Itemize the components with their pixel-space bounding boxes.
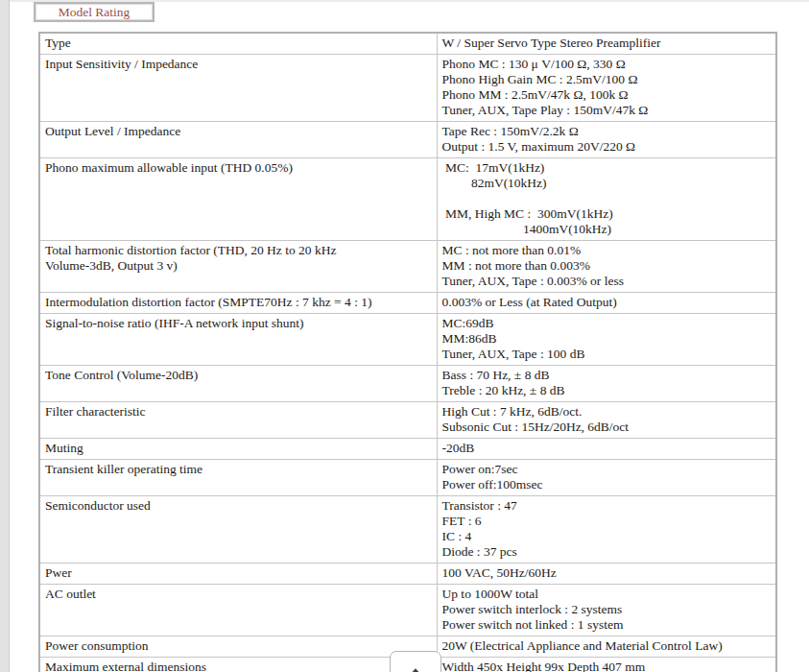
table-row: Type W / Super Servo Type Stereo Preampl… bbox=[39, 33, 776, 55]
table-row: Phono maximum allowable input (THD 0.05%… bbox=[39, 158, 776, 241]
spec-value-cell: Phono MC : 130 μ V/100 Ω, 330 Ω Phono Hi… bbox=[437, 55, 776, 122]
table-row: Input Sensitivity / Impedance Phono MC :… bbox=[39, 55, 776, 122]
spec-label-cell: Transient killer operating time bbox=[39, 460, 437, 496]
spec-label-cell: Maximum external dimensions bbox=[39, 658, 437, 672]
spec-value-cell: High Cut : 7 kHz, 6dB/oct. Subsonic Cut … bbox=[437, 402, 776, 439]
spec-label-cell: Type bbox=[39, 33, 437, 55]
spec-label-cell: Semiconductor used bbox=[39, 496, 437, 564]
table-row: AC outlet Up to 1000W total Power switch… bbox=[39, 585, 776, 636]
spec-label-cell: Tone Control (Volume-20dB) bbox=[39, 366, 437, 402]
table-row: Pwer 100 VAC, 50Hz/60Hz bbox=[39, 564, 776, 585]
table-row: Output Level / Impedance Tape Rec : 150m… bbox=[39, 122, 776, 158]
spec-label-cell: Output Level / Impedance bbox=[39, 122, 437, 158]
table-row: Tone Control (Volume-20dB) Bass : 70 Hz,… bbox=[39, 366, 776, 402]
spec-value-cell: 20W (Electrical Appliance and Material C… bbox=[437, 636, 776, 658]
spec-value-cell: Tape Rec : 150mV/2.2k Ω Output : 1.5 V, … bbox=[437, 122, 776, 158]
spec-value-cell: -20dB bbox=[437, 439, 776, 460]
spec-table: Type W / Super Servo Type Stereo Preampl… bbox=[38, 32, 777, 672]
spec-value-cell: Power on:7sec Power off:100msec bbox=[437, 460, 776, 496]
left-gutter bbox=[0, 0, 10, 672]
spec-value-cell: Transistor : 47 FET : 6 IC : 4 Diode : 3… bbox=[437, 496, 776, 564]
spec-label-cell: Signal-to-noise ratio (IHF-A network inp… bbox=[39, 314, 437, 366]
spec-value-cell: 100 VAC, 50Hz/60Hz bbox=[437, 564, 776, 585]
spec-value-cell: MC: 17mV(1kHz) 82mV(10kHz) MM, High MC :… bbox=[437, 158, 776, 241]
spec-value-cell: W / Super Servo Type Stereo Preamplifier bbox=[437, 33, 776, 55]
chevron-up-icon bbox=[407, 668, 424, 672]
table-row: Filter characteristic High Cut : 7 kHz, … bbox=[39, 402, 776, 439]
spec-label-cell: Filter characteristic bbox=[39, 402, 437, 439]
spec-value-cell: 0.003% or Less (at Rated Output) bbox=[437, 293, 776, 314]
table-row: Total harmonic distortion factor (THD, 2… bbox=[39, 241, 776, 293]
table-row: Muting -20dB bbox=[39, 439, 776, 460]
spec-value-cell: Up to 1000W total Power switch interlock… bbox=[437, 585, 776, 636]
spec-value-cell: MC : not more than 0.01% MM : not more t… bbox=[437, 241, 776, 293]
spec-value-cell: Width 450x Height 99x Depth 407 mm bbox=[437, 658, 776, 672]
spec-value-cell: Bass : 70 Hz, ± 8 dB Treble : 20 kHz, ± … bbox=[437, 366, 776, 402]
table-row: Semiconductor used Transistor : 47 FET :… bbox=[39, 496, 776, 564]
spec-label-cell: Phono maximum allowable input (THD 0.05%… bbox=[39, 158, 437, 241]
spec-label-cell: Pwer bbox=[39, 564, 437, 585]
spec-label-cell: Muting bbox=[39, 439, 437, 460]
spec-label-cell: Intermodulation distortion factor (SMPTE… bbox=[39, 293, 437, 314]
spec-label-cell: Input Sensitivity / Impedance bbox=[39, 55, 437, 122]
spec-label-cell: Power consumption bbox=[39, 636, 437, 658]
table-row: Transient killer operating time Power on… bbox=[39, 460, 776, 496]
spec-label-cell: Total harmonic distortion factor (THD, 2… bbox=[39, 241, 437, 293]
table-row: Signal-to-noise ratio (IHF-A network inp… bbox=[39, 314, 776, 366]
back-to-top-button[interactable] bbox=[390, 651, 441, 672]
spec-label-cell: AC outlet bbox=[39, 585, 437, 636]
table-row: Intermodulation distortion factor (SMPTE… bbox=[39, 293, 776, 314]
spec-value-cell: MC:69dB MM:86dB Tuner, AUX, Tape : 100 d… bbox=[437, 314, 776, 366]
model-rating-button[interactable]: Model Rating bbox=[34, 2, 155, 22]
